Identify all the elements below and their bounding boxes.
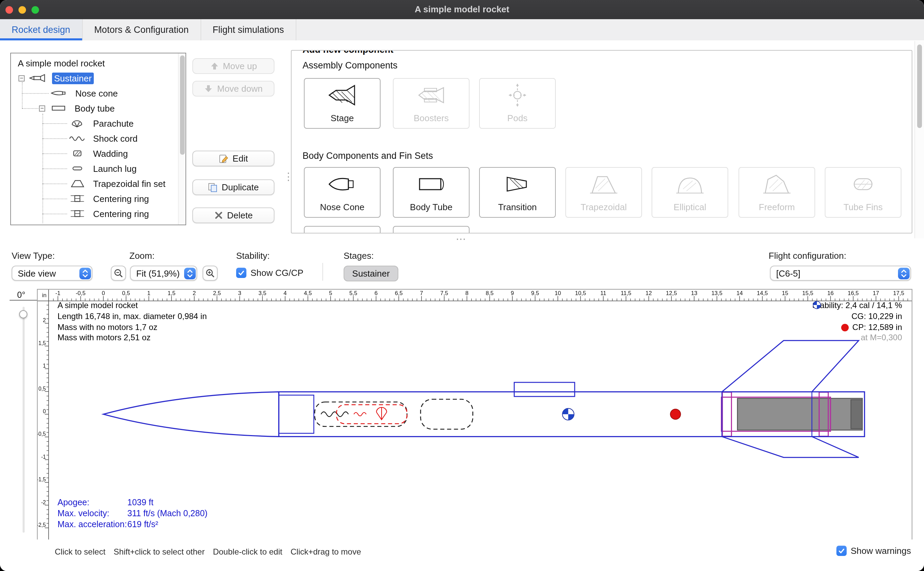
tree-item-nose-cone[interactable]: Nose cone <box>73 87 120 99</box>
main-scrollbar-thumb[interactable] <box>917 45 922 128</box>
centering-ring-shape[interactable] <box>722 392 732 437</box>
motor-nozzle-shape[interactable] <box>851 400 862 429</box>
view-type-select[interactable]: Side view <box>12 265 92 281</box>
component-button-tube-fins: Tube Fins <box>825 167 901 218</box>
tree-expander[interactable] <box>39 105 45 111</box>
delete-button[interactable]: Delete <box>192 207 274 223</box>
cp-icon <box>841 324 849 331</box>
centering-ring-icon <box>68 194 87 203</box>
shock-cord-line <box>321 412 348 417</box>
tree-item-centering-ring[interactable]: Centering ring <box>91 193 151 204</box>
rocket-mass-motors-text: Mass with motors 2,51 oz <box>57 333 207 344</box>
tree-item-parachute[interactable]: Parachute <box>91 117 136 129</box>
zoom-select[interactable]: Fit (51,9%) <box>130 265 197 281</box>
transition-label: Transition <box>498 202 537 212</box>
window-title: A simple model rocket <box>0 0 924 19</box>
tree-item-root[interactable]: A simple model rocket <box>16 57 107 69</box>
shock-cord-shape[interactable] <box>315 402 407 426</box>
mach-text: at M=0,300 <box>861 333 902 344</box>
wadding-icon <box>68 148 87 158</box>
edit-button[interactable]: Edit <box>192 151 274 167</box>
component-button-freeform: Freeform <box>739 167 815 218</box>
show-warnings-label: Show warnings <box>851 546 911 556</box>
flight-configuration-select[interactable]: [C6-5] <box>770 265 911 281</box>
app-window: A simple model rocket Rocket design Moto… <box>0 0 924 571</box>
nose-cone-icon <box>50 88 69 98</box>
simulation-results-block: Apogee:1039 ft Max. velocity:311 ft/s (M… <box>57 497 207 530</box>
wadding-shape[interactable] <box>420 399 473 429</box>
stage-toggle-sustainer[interactable]: Sustainer <box>343 265 398 281</box>
elliptical-fin-icon <box>675 172 705 196</box>
component-button-clipped-2[interactable] <box>393 226 470 233</box>
add-component-title: Add new component <box>299 50 398 55</box>
tree-expander[interactable] <box>18 75 25 81</box>
nose-cone-component-icon <box>327 172 357 196</box>
tab-motors-configuration[interactable]: Motors & Configuration <box>83 19 201 40</box>
component-button-transition[interactable]: Transition <box>479 167 556 218</box>
motor-shape[interactable] <box>738 398 862 430</box>
shock-cord-icon <box>68 134 87 143</box>
show-cg-cp-checkbox[interactable]: Show CG/CP <box>236 268 303 278</box>
rotation-slider-knob[interactable] <box>19 310 28 318</box>
tree-item-launch-lug[interactable]: Launch lug <box>91 163 139 174</box>
tree-item-trapezoidal-fin-set[interactable]: Trapezoidal fin set <box>91 177 168 189</box>
view-type-value: Side view <box>12 268 56 278</box>
rocket-canvas[interactable]: in-1-0,500,511,522,533,544,555,566,577,5… <box>37 289 912 541</box>
tab-bar: Rocket design Motors & Configuration Fli… <box>0 19 924 41</box>
zoom-in-icon <box>205 269 215 278</box>
tree-item-sustainer[interactable]: Sustainer <box>52 72 94 84</box>
parachute-shape[interactable] <box>336 404 407 424</box>
launch-lug-shape[interactable] <box>514 383 575 397</box>
body-tube-icon <box>49 103 68 113</box>
popup-arrows-icon <box>898 267 909 279</box>
apogee-label: Apogee: <box>57 497 127 508</box>
tube-fins-icon <box>848 172 878 196</box>
nose-shoulder-shape[interactable] <box>279 395 314 434</box>
tab-flight-simulations[interactable]: Flight simulations <box>201 19 296 40</box>
nose-cone-shape[interactable] <box>103 392 279 437</box>
body-tube-label: Body Tube <box>410 202 453 212</box>
duplicate-button[interactable]: Duplicate <box>192 179 274 195</box>
component-button-clipped-1[interactable] <box>304 226 380 233</box>
component-button-stage[interactable]: Stage <box>304 78 380 129</box>
titlebar: A simple model rocket <box>0 0 924 20</box>
tree-scrollbar[interactable] <box>178 53 185 225</box>
tree-scrollbar-thumb[interactable] <box>180 56 185 155</box>
show-warnings-checkbox[interactable]: Show warnings <box>836 546 911 556</box>
component-button-body-tube[interactable]: Body Tube <box>393 167 470 218</box>
freeform-fin-icon <box>762 172 792 196</box>
tree-item-wadding[interactable]: Wadding <box>91 148 130 159</box>
component-button-nose-cone[interactable]: Nose Cone <box>304 167 380 218</box>
component-button-elliptical: Elliptical <box>651 167 728 218</box>
checkbox-checked-icon <box>236 268 246 278</box>
pods-label: Pods <box>507 113 527 123</box>
move-down-label: Move down <box>217 83 263 94</box>
component-button-boosters: Boosters <box>393 78 470 129</box>
parachute-canopy-glyph <box>376 407 387 420</box>
main-scrollbar[interactable] <box>915 41 924 238</box>
hint-text: Click to select Shift+click to select ot… <box>55 547 361 557</box>
splitter-grip-horizontal[interactable] <box>456 233 467 245</box>
max-velocity-value: 311 ft/s (Mach 0,280) <box>127 509 207 518</box>
checkbox-checked-icon <box>836 546 847 556</box>
zoom-out-icon <box>114 269 123 278</box>
show-cg-cp-label: Show CG/CP <box>251 268 303 278</box>
arrow-down-icon <box>204 84 213 93</box>
max-acceleration-label: Max. acceleration: <box>57 519 127 530</box>
zoom-out-button[interactable] <box>111 265 126 281</box>
tree-item-centering-ring[interactable]: Centering ring <box>91 208 151 219</box>
trapezoidal-fin-icon <box>68 179 87 188</box>
tree-item-body-tube[interactable]: Body tube <box>72 102 117 114</box>
tree-item-shock-cord[interactable]: Shock cord <box>91 133 140 144</box>
arrow-up-icon <box>210 62 219 71</box>
zoom-in-button[interactable] <box>203 265 218 281</box>
fin-lower-shape[interactable] <box>722 437 859 457</box>
launch-lug-icon <box>68 164 87 173</box>
flight-configuration-label: Flight configuration: <box>768 251 846 261</box>
fin-upper-shape[interactable] <box>722 341 859 392</box>
rotation-slider-track <box>23 307 25 532</box>
edit-pencil-icon <box>219 154 229 163</box>
tab-rocket-design[interactable]: Rocket design <box>0 19 83 40</box>
zoom-value: Fit (51,9%) <box>131 268 180 278</box>
parachute-cord-line <box>354 412 366 416</box>
